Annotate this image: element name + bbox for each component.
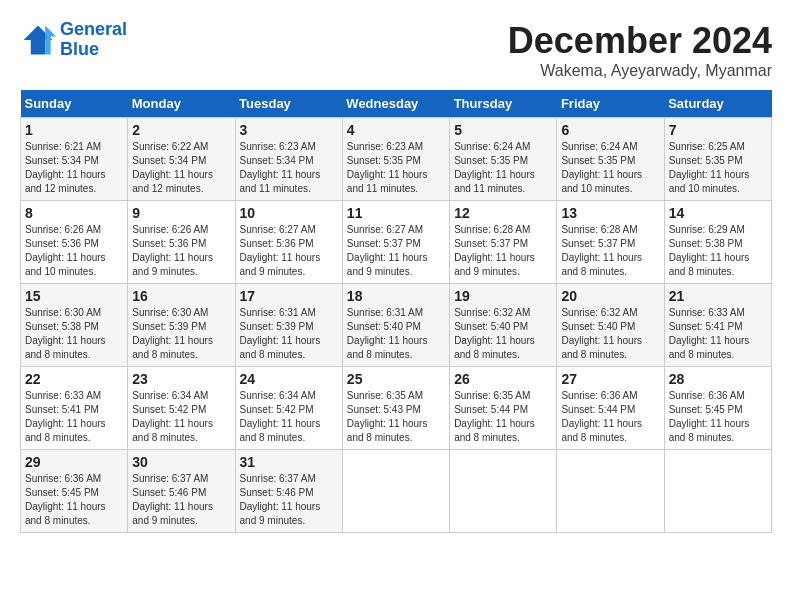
day-cell-16: 16Sunrise: 6:30 AMSunset: 5:39 PMDayligh… <box>128 284 235 367</box>
day-cell-11: 11Sunrise: 6:27 AMSunset: 5:37 PMDayligh… <box>342 201 449 284</box>
day-cell-8: 8Sunrise: 6:26 AMSunset: 5:36 PMDaylight… <box>21 201 128 284</box>
day-number-14: 14 <box>669 205 767 221</box>
weekday-cell-friday: Friday <box>557 90 664 118</box>
day-cell-19: 19Sunrise: 6:32 AMSunset: 5:40 PMDayligh… <box>450 284 557 367</box>
day-number-2: 2 <box>132 122 230 138</box>
day-cell-2: 2Sunrise: 6:22 AMSunset: 5:34 PMDaylight… <box>128 118 235 201</box>
day-cell-13: 13Sunrise: 6:28 AMSunset: 5:37 PMDayligh… <box>557 201 664 284</box>
day-info-22: Sunrise: 6:33 AMSunset: 5:41 PMDaylight:… <box>25 389 123 445</box>
day-info-6: Sunrise: 6:24 AMSunset: 5:35 PMDaylight:… <box>561 140 659 196</box>
day-info-2: Sunrise: 6:22 AMSunset: 5:34 PMDaylight:… <box>132 140 230 196</box>
day-number-25: 25 <box>347 371 445 387</box>
day-info-8: Sunrise: 6:26 AMSunset: 5:36 PMDaylight:… <box>25 223 123 279</box>
day-number-21: 21 <box>669 288 767 304</box>
day-number-10: 10 <box>240 205 338 221</box>
empty-cell <box>557 450 664 533</box>
logo-line1: General <box>60 19 127 39</box>
day-cell-15: 15Sunrise: 6:30 AMSunset: 5:38 PMDayligh… <box>21 284 128 367</box>
logo: General Blue <box>20 20 127 60</box>
empty-cell <box>664 450 771 533</box>
day-cell-6: 6Sunrise: 6:24 AMSunset: 5:35 PMDaylight… <box>557 118 664 201</box>
day-number-5: 5 <box>454 122 552 138</box>
day-number-20: 20 <box>561 288 659 304</box>
month-title: December 2024 <box>508 20 772 62</box>
calendar-week-2: 8Sunrise: 6:26 AMSunset: 5:36 PMDaylight… <box>21 201 772 284</box>
day-info-25: Sunrise: 6:35 AMSunset: 5:43 PMDaylight:… <box>347 389 445 445</box>
day-cell-4: 4Sunrise: 6:23 AMSunset: 5:35 PMDaylight… <box>342 118 449 201</box>
logo-text: General Blue <box>60 20 127 60</box>
day-info-7: Sunrise: 6:25 AMSunset: 5:35 PMDaylight:… <box>669 140 767 196</box>
location-subtitle: Wakema, Ayeyarwady, Myanmar <box>508 62 772 80</box>
day-cell-3: 3Sunrise: 6:23 AMSunset: 5:34 PMDaylight… <box>235 118 342 201</box>
day-number-19: 19 <box>454 288 552 304</box>
day-info-11: Sunrise: 6:27 AMSunset: 5:37 PMDaylight:… <box>347 223 445 279</box>
day-cell-31: 31Sunrise: 6:37 AMSunset: 5:46 PMDayligh… <box>235 450 342 533</box>
day-cell-27: 27Sunrise: 6:36 AMSunset: 5:44 PMDayligh… <box>557 367 664 450</box>
day-cell-14: 14Sunrise: 6:29 AMSunset: 5:38 PMDayligh… <box>664 201 771 284</box>
day-number-15: 15 <box>25 288 123 304</box>
day-cell-10: 10Sunrise: 6:27 AMSunset: 5:36 PMDayligh… <box>235 201 342 284</box>
day-info-1: Sunrise: 6:21 AMSunset: 5:34 PMDaylight:… <box>25 140 123 196</box>
title-block: December 2024 Wakema, Ayeyarwady, Myanma… <box>508 20 772 80</box>
logo-line2: Blue <box>60 39 99 59</box>
day-number-22: 22 <box>25 371 123 387</box>
day-cell-23: 23Sunrise: 6:34 AMSunset: 5:42 PMDayligh… <box>128 367 235 450</box>
weekday-cell-wednesday: Wednesday <box>342 90 449 118</box>
day-cell-26: 26Sunrise: 6:35 AMSunset: 5:44 PMDayligh… <box>450 367 557 450</box>
day-info-21: Sunrise: 6:33 AMSunset: 5:41 PMDaylight:… <box>669 306 767 362</box>
day-info-28: Sunrise: 6:36 AMSunset: 5:45 PMDaylight:… <box>669 389 767 445</box>
calendar-body: 1Sunrise: 6:21 AMSunset: 5:34 PMDaylight… <box>21 118 772 533</box>
day-number-26: 26 <box>454 371 552 387</box>
weekday-header-row: SundayMondayTuesdayWednesdayThursdayFrid… <box>21 90 772 118</box>
day-cell-20: 20Sunrise: 6:32 AMSunset: 5:40 PMDayligh… <box>557 284 664 367</box>
day-number-29: 29 <box>25 454 123 470</box>
day-cell-1: 1Sunrise: 6:21 AMSunset: 5:34 PMDaylight… <box>21 118 128 201</box>
day-number-31: 31 <box>240 454 338 470</box>
day-cell-28: 28Sunrise: 6:36 AMSunset: 5:45 PMDayligh… <box>664 367 771 450</box>
day-number-3: 3 <box>240 122 338 138</box>
calendar-week-4: 22Sunrise: 6:33 AMSunset: 5:41 PMDayligh… <box>21 367 772 450</box>
day-cell-22: 22Sunrise: 6:33 AMSunset: 5:41 PMDayligh… <box>21 367 128 450</box>
day-info-13: Sunrise: 6:28 AMSunset: 5:37 PMDaylight:… <box>561 223 659 279</box>
day-info-20: Sunrise: 6:32 AMSunset: 5:40 PMDaylight:… <box>561 306 659 362</box>
day-cell-24: 24Sunrise: 6:34 AMSunset: 5:42 PMDayligh… <box>235 367 342 450</box>
day-info-29: Sunrise: 6:36 AMSunset: 5:45 PMDaylight:… <box>25 472 123 528</box>
weekday-cell-monday: Monday <box>128 90 235 118</box>
calendar-week-1: 1Sunrise: 6:21 AMSunset: 5:34 PMDaylight… <box>21 118 772 201</box>
day-cell-30: 30Sunrise: 6:37 AMSunset: 5:46 PMDayligh… <box>128 450 235 533</box>
day-number-24: 24 <box>240 371 338 387</box>
day-number-9: 9 <box>132 205 230 221</box>
day-cell-12: 12Sunrise: 6:28 AMSunset: 5:37 PMDayligh… <box>450 201 557 284</box>
day-number-7: 7 <box>669 122 767 138</box>
weekday-cell-tuesday: Tuesday <box>235 90 342 118</box>
day-info-10: Sunrise: 6:27 AMSunset: 5:36 PMDaylight:… <box>240 223 338 279</box>
calendar-week-3: 15Sunrise: 6:30 AMSunset: 5:38 PMDayligh… <box>21 284 772 367</box>
svg-marker-1 <box>45 25 56 54</box>
day-cell-9: 9Sunrise: 6:26 AMSunset: 5:36 PMDaylight… <box>128 201 235 284</box>
empty-cell <box>450 450 557 533</box>
day-number-27: 27 <box>561 371 659 387</box>
day-info-23: Sunrise: 6:34 AMSunset: 5:42 PMDaylight:… <box>132 389 230 445</box>
page-header: General Blue December 2024 Wakema, Ayeya… <box>20 20 772 80</box>
day-number-23: 23 <box>132 371 230 387</box>
day-info-19: Sunrise: 6:32 AMSunset: 5:40 PMDaylight:… <box>454 306 552 362</box>
day-info-3: Sunrise: 6:23 AMSunset: 5:34 PMDaylight:… <box>240 140 338 196</box>
weekday-cell-sunday: Sunday <box>21 90 128 118</box>
day-info-30: Sunrise: 6:37 AMSunset: 5:46 PMDaylight:… <box>132 472 230 528</box>
day-info-14: Sunrise: 6:29 AMSunset: 5:38 PMDaylight:… <box>669 223 767 279</box>
day-number-12: 12 <box>454 205 552 221</box>
day-info-18: Sunrise: 6:31 AMSunset: 5:40 PMDaylight:… <box>347 306 445 362</box>
day-info-4: Sunrise: 6:23 AMSunset: 5:35 PMDaylight:… <box>347 140 445 196</box>
empty-cell <box>342 450 449 533</box>
calendar-week-5: 29Sunrise: 6:36 AMSunset: 5:45 PMDayligh… <box>21 450 772 533</box>
day-cell-25: 25Sunrise: 6:35 AMSunset: 5:43 PMDayligh… <box>342 367 449 450</box>
day-cell-5: 5Sunrise: 6:24 AMSunset: 5:35 PMDaylight… <box>450 118 557 201</box>
day-number-16: 16 <box>132 288 230 304</box>
day-number-17: 17 <box>240 288 338 304</box>
day-cell-21: 21Sunrise: 6:33 AMSunset: 5:41 PMDayligh… <box>664 284 771 367</box>
day-info-9: Sunrise: 6:26 AMSunset: 5:36 PMDaylight:… <box>132 223 230 279</box>
day-info-16: Sunrise: 6:30 AMSunset: 5:39 PMDaylight:… <box>132 306 230 362</box>
logo-icon <box>20 22 56 58</box>
day-number-28: 28 <box>669 371 767 387</box>
day-number-11: 11 <box>347 205 445 221</box>
